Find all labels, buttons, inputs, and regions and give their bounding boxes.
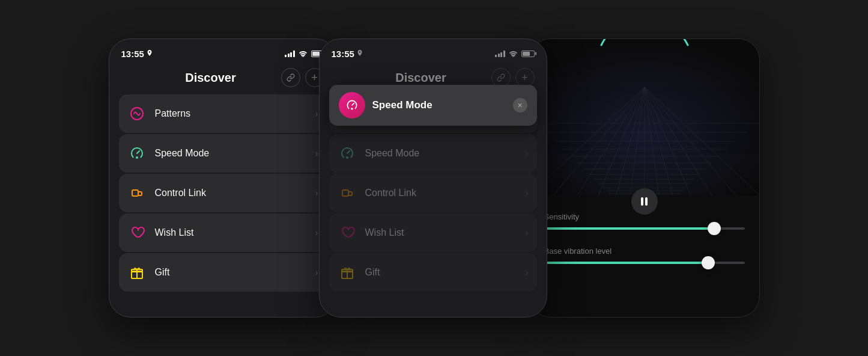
svg-point-8 xyxy=(346,156,348,159)
menu-item-control-1[interactable]: Control Link › xyxy=(119,174,327,212)
screens-container: 13:55 xyxy=(0,0,868,356)
menu-item-wish-2[interactable]: Wish List › xyxy=(329,213,537,252)
speed-mode-modal: Speed Mode × xyxy=(329,85,537,126)
status-icons-1 xyxy=(285,50,324,57)
control-chevron-1: › xyxy=(315,188,318,198)
status-time-1: 13:55 xyxy=(121,49,153,59)
gift-label-2: Gift xyxy=(365,267,526,278)
svg-point-14 xyxy=(351,108,353,109)
svg-point-1 xyxy=(136,156,138,159)
sliders-section: Sensitivity Base vibration level xyxy=(530,212,759,281)
status-time-2: 13:55 xyxy=(332,49,363,59)
svg-line-9 xyxy=(347,151,350,153)
location-icon-2 xyxy=(357,50,363,57)
control-icon-1 xyxy=(127,183,147,203)
location-icon-1 xyxy=(147,50,153,57)
wishlist-label-2: Wish List xyxy=(365,227,526,238)
pause-icon xyxy=(641,197,648,206)
wishlist-chevron-1: › xyxy=(315,228,318,238)
wifi-icon-1 xyxy=(299,51,308,57)
menu-item-speed-1[interactable]: Speed Mode › xyxy=(119,134,327,173)
modal-speed-icon xyxy=(345,99,359,112)
control-chevron-2: › xyxy=(526,188,529,198)
wifi-icon-2 xyxy=(509,51,518,57)
speed-label-2: Speed Mode xyxy=(365,148,526,159)
menu-item-gift-2[interactable]: Gift › xyxy=(329,253,537,292)
speed-chevron-1: › xyxy=(315,149,318,158)
time-label-2: 13:55 xyxy=(332,49,354,59)
modal-close-button[interactable]: × xyxy=(513,98,527,112)
speed-icon-2 xyxy=(338,144,357,163)
pause-button[interactable] xyxy=(631,188,658,215)
time-label-1: 13:55 xyxy=(121,49,144,59)
menu-item-wish-1[interactable]: Wish List › xyxy=(119,213,327,252)
patterns-icon-1 xyxy=(127,104,147,123)
nav-title-1: Discover xyxy=(141,71,281,85)
speed-chevron-2: › xyxy=(526,149,529,158)
wishlist-icon-1 xyxy=(127,223,147,242)
screen3-frame: Sensitivity Base vibration level xyxy=(529,38,760,318)
gift-chevron-2: › xyxy=(526,268,529,277)
gift-chevron-1: › xyxy=(315,268,318,277)
status-icons-2 xyxy=(495,50,535,57)
base-vib-fill xyxy=(544,262,709,264)
gift-label-1: Gift xyxy=(155,267,315,278)
control-label-1: Control Link xyxy=(155,188,315,198)
modal-icon-circle xyxy=(339,92,365,118)
sensitivity-track[interactable] xyxy=(544,227,745,230)
svg-rect-3 xyxy=(132,190,138,196)
menu-item-patterns-1[interactable]: Patterns › xyxy=(119,94,327,133)
modal-title: Speed Mode xyxy=(372,99,506,111)
nav-bar-1: Discover + xyxy=(109,66,336,94)
base-vib-thumb[interactable] xyxy=(702,256,715,269)
menu-item-speed-2[interactable]: Speed Mode › xyxy=(329,134,537,173)
sensitivity-thumb[interactable] xyxy=(708,222,721,235)
wishlist-label-1: Wish List xyxy=(155,227,315,238)
base-vib-track[interactable] xyxy=(544,262,745,264)
status-bar-1: 13:55 xyxy=(109,39,336,66)
control-icon-2 xyxy=(338,183,357,203)
svg-line-15 xyxy=(352,103,354,105)
wishlist-chevron-2: › xyxy=(526,228,529,238)
speed-icon-1 xyxy=(127,144,147,163)
svg-line-2 xyxy=(137,151,139,153)
battery-icon-2 xyxy=(521,51,535,57)
control-label-2: Control Link xyxy=(365,188,526,198)
sensitivity-label: Sensitivity xyxy=(544,212,745,221)
menu-item-control-2[interactable]: Control Link › xyxy=(329,174,537,212)
menu-item-gift-1[interactable]: Gift › xyxy=(119,253,327,292)
grid-background xyxy=(530,39,759,195)
gift-icon-1 xyxy=(127,263,147,282)
screen2-frame: 13:55 xyxy=(319,38,547,318)
nav-title-2: Discover xyxy=(351,71,491,85)
speed-label-1: Speed Mode xyxy=(155,148,315,159)
gift-icon-2 xyxy=(338,263,357,282)
base-vib-label: Base vibration level xyxy=(544,247,745,256)
patterns-label-1: Patterns xyxy=(155,108,315,119)
svg-rect-10 xyxy=(342,190,348,196)
patterns-chevron-1: › xyxy=(315,109,318,118)
screen1-frame: 13:55 xyxy=(109,38,337,318)
status-bar-2: 13:55 xyxy=(320,39,547,66)
wishlist-icon-2 xyxy=(338,223,357,242)
menu-list-1: Patterns › Speed Mode › xyxy=(109,94,336,292)
link-icon-btn-1[interactable] xyxy=(281,68,300,87)
sensitivity-fill xyxy=(544,227,715,230)
signal-bars-2 xyxy=(495,50,505,57)
signal-bars-1 xyxy=(285,50,295,57)
